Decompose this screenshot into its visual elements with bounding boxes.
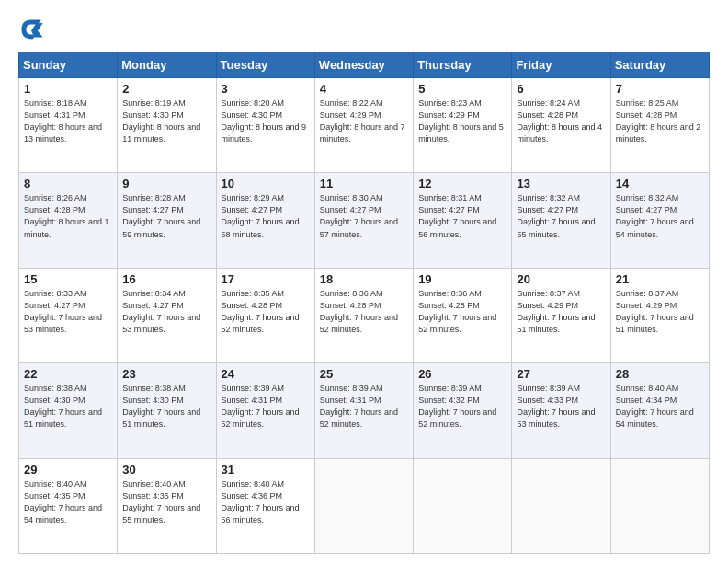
day-info: Sunrise: 8:39 AMSunset: 4:33 PMDaylight:…: [517, 383, 605, 431]
day-number: 7: [616, 82, 704, 96]
day-number: 15: [24, 272, 112, 286]
day-info: Sunrise: 8:40 AMSunset: 4:35 PMDaylight:…: [122, 478, 210, 526]
calendar-day-cell: 18Sunrise: 8:36 AMSunset: 4:28 PMDayligh…: [314, 268, 413, 362]
day-number: 16: [122, 272, 210, 286]
day-number: 27: [517, 367, 605, 381]
calendar-week-row: 15Sunrise: 8:33 AMSunset: 4:27 PMDayligh…: [19, 268, 710, 362]
day-number: 4: [320, 82, 408, 96]
calendar-day-header: Sunday: [19, 52, 118, 78]
calendar-day-cell: 30Sunrise: 8:40 AMSunset: 4:35 PMDayligh…: [118, 458, 216, 553]
calendar-day-cell: 8Sunrise: 8:26 AMSunset: 4:28 PMDaylight…: [19, 173, 118, 268]
day-info: Sunrise: 8:23 AMSunset: 4:29 PMDaylight:…: [418, 98, 506, 145]
day-number: 8: [24, 177, 112, 190]
calendar-table: SundayMondayTuesdayWednesdayThursdayFrid…: [18, 52, 710, 554]
day-number: 17: [222, 272, 310, 286]
day-info: Sunrise: 8:30 AMSunset: 4:27 PMDaylight:…: [320, 192, 408, 240]
day-info: Sunrise: 8:37 AMSunset: 4:29 PMDaylight:…: [517, 288, 605, 336]
day-number: 24: [222, 367, 310, 381]
day-info: Sunrise: 8:32 AMSunset: 4:27 PMDaylight:…: [517, 192, 605, 240]
calendar-day-cell: 29Sunrise: 8:40 AMSunset: 4:35 PMDayligh…: [19, 458, 118, 553]
day-number: 25: [320, 367, 408, 381]
calendar-day-cell: 7Sunrise: 8:25 AMSunset: 4:28 PMDaylight…: [610, 78, 709, 173]
day-info: Sunrise: 8:39 AMSunset: 4:32 PMDaylight:…: [418, 383, 506, 431]
day-number: 6: [517, 82, 605, 96]
day-info: Sunrise: 8:19 AMSunset: 4:30 PMDaylight:…: [122, 98, 210, 145]
day-number: 31: [222, 463, 310, 477]
day-number: 26: [418, 367, 506, 381]
calendar-week-row: 8Sunrise: 8:26 AMSunset: 4:28 PMDaylight…: [19, 173, 710, 268]
calendar-day-header: Monday: [118, 52, 216, 78]
calendar-day-cell: 28Sunrise: 8:40 AMSunset: 4:34 PMDayligh…: [610, 363, 709, 458]
day-number: 11: [320, 177, 408, 190]
day-number: 30: [122, 463, 210, 477]
calendar-day-header: Thursday: [414, 52, 512, 78]
day-info: Sunrise: 8:28 AMSunset: 4:27 PMDaylight:…: [122, 192, 210, 240]
day-info: Sunrise: 8:40 AMSunset: 4:36 PMDaylight:…: [222, 478, 310, 526]
calendar-day-cell: 6Sunrise: 8:24 AMSunset: 4:28 PMDaylight…: [512, 78, 610, 173]
day-info: Sunrise: 8:29 AMSunset: 4:27 PMDaylight:…: [222, 192, 310, 240]
day-number: 5: [418, 82, 506, 96]
calendar-day-cell: 25Sunrise: 8:39 AMSunset: 4:31 PMDayligh…: [314, 363, 413, 458]
day-number: 9: [122, 177, 210, 190]
day-number: 29: [24, 463, 112, 477]
calendar-day-header: Friday: [512, 52, 610, 78]
day-info: Sunrise: 8:35 AMSunset: 4:28 PMDaylight:…: [222, 288, 310, 336]
day-number: 21: [616, 272, 704, 286]
calendar-day-cell: 17Sunrise: 8:35 AMSunset: 4:28 PMDayligh…: [216, 268, 314, 362]
calendar-day-cell: 4Sunrise: 8:22 AMSunset: 4:29 PMDaylight…: [314, 78, 413, 173]
calendar-day-cell: 14Sunrise: 8:32 AMSunset: 4:27 PMDayligh…: [610, 173, 709, 268]
calendar-day-cell: 1Sunrise: 8:18 AMSunset: 4:31 PMDaylight…: [19, 78, 118, 173]
calendar-day-cell: 16Sunrise: 8:34 AMSunset: 4:27 PMDayligh…: [118, 268, 216, 362]
day-number: 12: [418, 177, 506, 190]
day-info: Sunrise: 8:18 AMSunset: 4:31 PMDaylight:…: [24, 98, 112, 145]
day-info: Sunrise: 8:40 AMSunset: 4:34 PMDaylight:…: [616, 383, 704, 431]
day-number: 10: [222, 177, 310, 190]
calendar-day-cell: 26Sunrise: 8:39 AMSunset: 4:32 PMDayligh…: [414, 363, 512, 458]
day-info: Sunrise: 8:38 AMSunset: 4:30 PMDaylight:…: [122, 383, 210, 431]
calendar-day-cell: 9Sunrise: 8:28 AMSunset: 4:27 PMDaylight…: [118, 173, 216, 268]
calendar-day-cell: 13Sunrise: 8:32 AMSunset: 4:27 PMDayligh…: [512, 173, 610, 268]
calendar-day-header: Tuesday: [216, 52, 314, 78]
calendar-day-cell: [414, 458, 512, 553]
day-number: 28: [616, 367, 704, 381]
calendar-day-cell: 19Sunrise: 8:36 AMSunset: 4:28 PMDayligh…: [414, 268, 512, 362]
logo: [18, 17, 48, 42]
calendar-day-cell: 11Sunrise: 8:30 AMSunset: 4:27 PMDayligh…: [314, 173, 413, 268]
day-number: 20: [517, 272, 605, 286]
day-info: Sunrise: 8:34 AMSunset: 4:27 PMDaylight:…: [122, 288, 210, 336]
day-number: 22: [24, 367, 112, 381]
calendar-header-row: SundayMondayTuesdayWednesdayThursdayFrid…: [19, 52, 710, 78]
day-info: Sunrise: 8:24 AMSunset: 4:28 PMDaylight:…: [517, 98, 605, 145]
calendar-day-cell: 12Sunrise: 8:31 AMSunset: 4:27 PMDayligh…: [414, 173, 512, 268]
day-info: Sunrise: 8:37 AMSunset: 4:29 PMDaylight:…: [616, 288, 704, 336]
day-info: Sunrise: 8:40 AMSunset: 4:35 PMDaylight:…: [24, 478, 112, 526]
day-info: Sunrise: 8:38 AMSunset: 4:30 PMDaylight:…: [24, 383, 112, 431]
calendar-day-header: Saturday: [610, 52, 709, 78]
day-info: Sunrise: 8:22 AMSunset: 4:29 PMDaylight:…: [320, 98, 408, 145]
day-info: Sunrise: 8:32 AMSunset: 4:27 PMDaylight:…: [616, 192, 704, 240]
day-info: Sunrise: 8:36 AMSunset: 4:28 PMDaylight:…: [320, 288, 408, 336]
calendar-day-cell: 23Sunrise: 8:38 AMSunset: 4:30 PMDayligh…: [118, 363, 216, 458]
header: [18, 17, 710, 42]
calendar-day-cell: 22Sunrise: 8:38 AMSunset: 4:30 PMDayligh…: [19, 363, 118, 458]
calendar-day-cell: 24Sunrise: 8:39 AMSunset: 4:31 PMDayligh…: [216, 363, 314, 458]
day-info: Sunrise: 8:39 AMSunset: 4:31 PMDaylight:…: [222, 383, 310, 431]
calendar-day-cell: 10Sunrise: 8:29 AMSunset: 4:27 PMDayligh…: [216, 173, 314, 268]
calendar-day-cell: 21Sunrise: 8:37 AMSunset: 4:29 PMDayligh…: [610, 268, 709, 362]
day-info: Sunrise: 8:25 AMSunset: 4:28 PMDaylight:…: [616, 98, 704, 145]
day-number: 3: [222, 82, 310, 96]
day-number: 2: [122, 82, 210, 96]
logo-icon: [18, 17, 44, 42]
day-info: Sunrise: 8:26 AMSunset: 4:28 PMDaylight:…: [24, 192, 112, 240]
day-number: 23: [122, 367, 210, 381]
day-info: Sunrise: 8:36 AMSunset: 4:28 PMDaylight:…: [418, 288, 506, 336]
day-number: 14: [616, 177, 704, 190]
calendar-day-cell: 2Sunrise: 8:19 AMSunset: 4:30 PMDaylight…: [118, 78, 216, 173]
calendar-day-cell: [610, 458, 709, 553]
day-number: 19: [418, 272, 506, 286]
day-info: Sunrise: 8:33 AMSunset: 4:27 PMDaylight:…: [24, 288, 112, 336]
page: SundayMondayTuesdayWednesdayThursdayFrid…: [0, 0, 728, 563]
calendar-day-cell: 27Sunrise: 8:39 AMSunset: 4:33 PMDayligh…: [512, 363, 610, 458]
day-number: 13: [517, 177, 605, 190]
calendar-week-row: 29Sunrise: 8:40 AMSunset: 4:35 PMDayligh…: [19, 458, 710, 553]
